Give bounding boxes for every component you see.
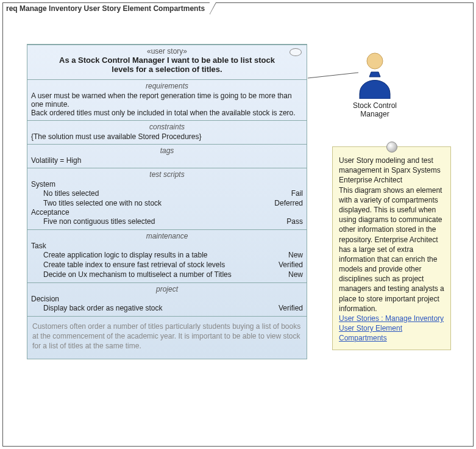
- maintenance-status: New: [288, 270, 303, 279]
- test-status: Deferred: [274, 199, 303, 207]
- project-label: Display back order as negative stock: [43, 304, 162, 312]
- note-link[interactable]: User Stories : Manage Inventory User Sto…: [339, 314, 444, 342]
- title-compartment: «user story» As a Stock Control Manager …: [27, 45, 307, 79]
- test-scripts-compartment: test scripts System No titles selected F…: [27, 168, 307, 229]
- stereotype-label: «user story»: [31, 47, 303, 56]
- maintenance-label: Decide on Ux mechanism to multiselect a …: [43, 270, 232, 279]
- maintenance-row: Decide on Ux mechanism to multiselect a …: [31, 270, 303, 279]
- test-row: Five non contiguous titles selected Pass: [31, 217, 303, 226]
- test-row: No titles selected Fail: [31, 189, 303, 198]
- maintenance-group: Task: [31, 242, 303, 250]
- actor-element[interactable]: Stock Control Manager: [350, 51, 399, 119]
- compartment-header: constraints: [31, 123, 303, 131]
- test-label: No titles selected: [43, 189, 99, 198]
- compartment-header: test scripts: [31, 170, 303, 179]
- description-note[interactable]: User Story modeling and test management …: [332, 146, 451, 350]
- test-status: Fail: [291, 189, 303, 198]
- test-row: Two titles selected one with no stock De…: [31, 198, 303, 208]
- test-label: Two titles selected one with no stock: [43, 199, 162, 207]
- project-row: Display back order as negative stock Ver…: [31, 303, 303, 313]
- maintenance-label: Create table index to ensure fast retrie…: [43, 260, 225, 269]
- project-compartment: project Decision Display back order as n…: [27, 282, 307, 316]
- maintenance-row: Create application logic to display resu…: [31, 250, 303, 260]
- compartment-header: requirements: [31, 82, 303, 90]
- requirements-compartment: requirements A user must be warned when …: [27, 79, 307, 120]
- test-group: System: [31, 180, 303, 189]
- actor-icon: [356, 51, 394, 99]
- user-story-element[interactable]: «user story» As a Stock Control Manager …: [27, 44, 307, 359]
- compartment-header: tags: [31, 146, 303, 155]
- tag-text: Volatility = High: [31, 156, 303, 165]
- test-status: Pass: [286, 217, 303, 226]
- maintenance-row: Create table index to ensure fast retrie…: [31, 260, 303, 270]
- element-title: As a Stock Control Manager I want to be …: [31, 56, 303, 76]
- actor-label: Stock Control Manager: [350, 101, 399, 119]
- maintenance-compartment: maintenance Task Create application logi…: [27, 229, 307, 282]
- pin-icon: [386, 142, 397, 153]
- compartment-header: maintenance: [31, 232, 303, 240]
- frame-title: Manage Inventory User Story Element Comp…: [20, 4, 205, 13]
- project-group: Decision: [31, 295, 303, 303]
- requirement-item: Back ordered titles must only be include…: [31, 109, 303, 117]
- test-group: Acceptance: [31, 208, 303, 217]
- frame-title-tab: req Manage Inventory User Story Element …: [2, 2, 210, 14]
- frame-prefix: req: [6, 4, 18, 13]
- usecase-icon: [290, 48, 302, 56]
- note-body: User Story modeling and test management …: [339, 156, 444, 314]
- constraint-text: {The solution must use available Stored …: [31, 132, 303, 141]
- tags-compartment: tags Volatility = High: [27, 144, 307, 168]
- maintenance-status: Verified: [279, 260, 303, 269]
- maintenance-status: New: [288, 251, 303, 259]
- constraints-compartment: constraints {The solution must use avail…: [27, 120, 307, 144]
- notes-compartment: Customers often order a number of titles…: [27, 316, 307, 359]
- maintenance-label: Create application logic to display resu…: [43, 251, 207, 259]
- diagram-canvas: req Manage Inventory User Story Element …: [0, 0, 476, 449]
- requirement-item: A user must be warned when the report ge…: [31, 92, 303, 109]
- svg-point-1: [367, 53, 383, 69]
- test-label: Five non contiguous titles selected: [43, 217, 155, 226]
- project-status: Verified: [279, 304, 303, 312]
- compartment-header: project: [31, 285, 303, 293]
